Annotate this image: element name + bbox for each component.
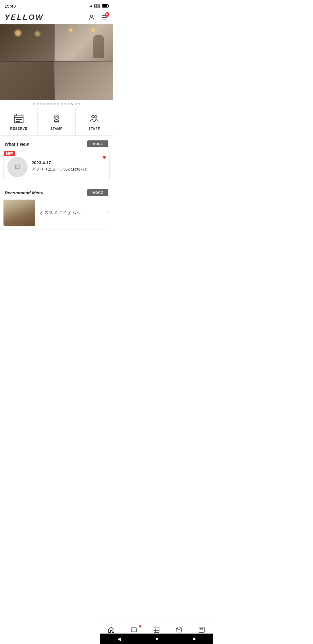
dot-3[interactable] xyxy=(40,103,42,105)
dot-2[interactable] xyxy=(37,103,39,105)
svg-rect-14 xyxy=(54,120,59,122)
nav-reserve[interactable]: RESERVE xyxy=(0,108,38,135)
dot-6[interactable] xyxy=(50,103,52,105)
svg-rect-8 xyxy=(16,119,18,120)
image-placeholder-icon: 🖼 xyxy=(14,164,20,171)
status-icons: ▲ ▌▌▌ xyxy=(90,4,108,8)
news-title: アプリリニューアルのお知らせ xyxy=(32,167,99,172)
dot-12[interactable] xyxy=(71,103,73,105)
svg-point-18 xyxy=(94,115,97,118)
header-actions: N xyxy=(88,13,108,21)
svg-rect-11 xyxy=(16,121,18,122)
header: YELLOW N xyxy=(0,10,113,24)
dot-8[interactable] xyxy=(57,103,59,105)
svg-point-0 xyxy=(90,15,93,17)
whats-new-title: What's New xyxy=(5,142,29,146)
svg-rect-12 xyxy=(18,121,20,122)
wifi-icon: ▲ xyxy=(90,4,93,8)
nav-staff[interactable]: STAFF xyxy=(76,108,113,135)
svg-point-17 xyxy=(92,115,94,118)
staff-icon xyxy=(88,113,100,124)
dot-7[interactable] xyxy=(54,103,56,105)
reserve-label: RESERVE xyxy=(10,127,27,130)
svg-point-16 xyxy=(56,116,57,118)
news-content: 2023.4.17 アプリリニューアルのお知らせ xyxy=(32,160,99,172)
app-logo: YELLOW xyxy=(5,13,44,22)
dot-1[interactable] xyxy=(33,103,35,105)
dot-14[interactable] xyxy=(78,103,80,105)
whats-new-header: What's New MORE xyxy=(0,136,113,151)
news-date: 2023.4.17 xyxy=(32,160,99,165)
news-new-badge: NEW xyxy=(4,151,15,156)
signal-icon: ▌▌▌ xyxy=(94,4,101,8)
recommend-menu-header: Recommend Menu MORE xyxy=(0,184,113,200)
news-card[interactable]: NEW 🖼 2023.4.17 アプリリニューアルのお知らせ xyxy=(3,151,110,181)
recommend-title-1: オススメアイテム☆ xyxy=(39,210,81,216)
dot-9[interactable] xyxy=(61,103,63,105)
menu-button[interactable]: N xyxy=(100,13,108,21)
recommend-card-1[interactable]: オススメアイテム☆ ☆ xyxy=(3,200,110,229)
profile-button[interactable] xyxy=(88,13,96,21)
recommend-more-button[interactable]: MORE xyxy=(87,189,108,196)
recommend-image-1 xyxy=(3,200,35,226)
stamp-icon xyxy=(51,113,62,124)
quick-nav: RESERVE STAMP STAFF xyxy=(0,108,113,136)
dot-13[interactable] xyxy=(75,103,77,105)
stamp-label: STAMP xyxy=(50,127,63,130)
battery-icon xyxy=(102,4,108,8)
status-time: 15:43 xyxy=(5,3,16,8)
nav-stamp[interactable]: STAMP xyxy=(38,108,75,135)
svg-rect-9 xyxy=(18,119,20,120)
calendar-icon xyxy=(13,113,25,124)
recommend-menu-title: Recommend Menu xyxy=(5,190,43,195)
menu-notification-badge: N xyxy=(105,12,110,17)
dot-10[interactable] xyxy=(64,103,66,105)
news-unread-dot xyxy=(103,156,106,159)
dot-5[interactable] xyxy=(47,103,49,105)
carousel-dots xyxy=(0,100,113,108)
news-thumbnail: 🖼 xyxy=(7,157,28,177)
status-bar: 15:43 ▲ ▌▌▌ xyxy=(0,0,113,10)
svg-point-13 xyxy=(54,115,59,120)
whats-new-more-button[interactable]: MORE xyxy=(87,140,108,147)
staff-label: STAFF xyxy=(89,127,100,130)
dot-11[interactable] xyxy=(68,103,70,105)
dot-4[interactable] xyxy=(43,103,46,105)
hero-banner[interactable] xyxy=(0,24,113,100)
svg-rect-10 xyxy=(20,119,22,120)
recommend-star-icon: ☆ xyxy=(105,209,110,216)
